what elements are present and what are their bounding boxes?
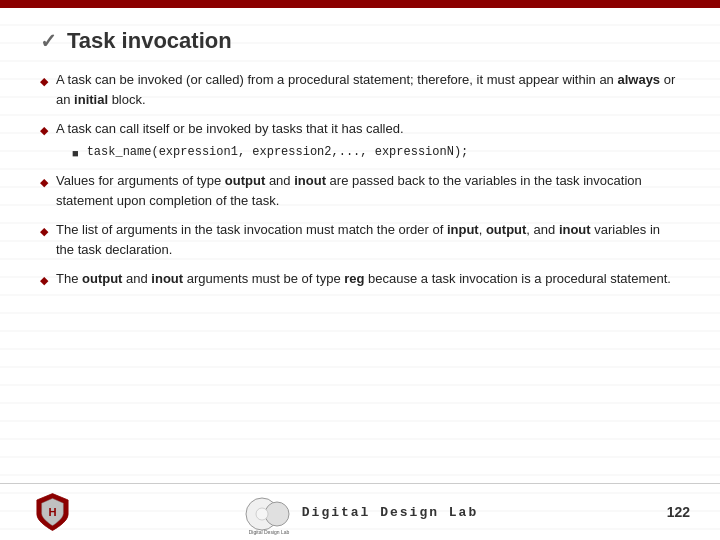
content-area: ✓ Task invocation ◆ A task can be invoke… — [0, 8, 720, 483]
shield-logo: H — [30, 492, 75, 532]
bullet-diamond-2: ◆ — [40, 122, 48, 139]
slide: ✓ Task invocation ◆ A task can be invoke… — [0, 0, 720, 540]
bullet-item-2: ◆ A task can call itself or be invoked b… — [40, 119, 680, 161]
top-bar — [0, 0, 720, 8]
bullet-item-1: ◆ A task can be invoked (or called) from… — [40, 70, 680, 109]
sub-bullet-1: ■ task_name(expression1, expression2,...… — [72, 143, 680, 162]
bullet-diamond-1: ◆ — [40, 73, 48, 90]
bullet-list: ◆ A task can be invoked (or called) from… — [40, 70, 680, 289]
bullet-text-5: The output and inout arguments must be o… — [56, 269, 680, 289]
title-text: Task invocation — [67, 28, 232, 54]
footer-center: Digital Design Lab Digital Design Lab — [242, 492, 478, 532]
bullet-text-3: Values for arguments of type output and … — [56, 171, 680, 210]
bullet-text-1: A task can be invoked (or called) from a… — [56, 70, 680, 109]
sub-bullet-code-1: task_name(expression1, expression2,..., … — [87, 143, 469, 161]
footer: H Digital Design Lab Digital Design Lab … — [0, 483, 720, 540]
bullet-diamond-3: ◆ — [40, 174, 48, 191]
bullet-item-4: ◆ The list of arguments in the task invo… — [40, 220, 680, 259]
bullet-text-4: The list of arguments in the task invoca… — [56, 220, 680, 259]
svg-text:Digital Design Lab: Digital Design Lab — [248, 529, 289, 535]
brand-text: Digital Design Lab — [302, 505, 478, 520]
svg-text:H: H — [48, 506, 56, 518]
check-icon: ✓ — [40, 29, 57, 53]
svg-point-4 — [265, 502, 289, 526]
sub-bullet-marker-1: ■ — [72, 145, 79, 162]
bullet-text-2: A task can call itself or be invoked by … — [56, 119, 680, 161]
ddl-logo: Digital Design Lab — [242, 492, 292, 532]
bullet-diamond-5: ◆ — [40, 272, 48, 289]
page-number: 122 — [667, 504, 690, 520]
bullet-item-5: ◆ The output and inout arguments must be… — [40, 269, 680, 289]
bullet-item-3: ◆ Values for arguments of type output an… — [40, 171, 680, 210]
main-title: ✓ Task invocation — [40, 28, 680, 54]
bullet-diamond-4: ◆ — [40, 223, 48, 240]
svg-point-5 — [256, 508, 268, 520]
